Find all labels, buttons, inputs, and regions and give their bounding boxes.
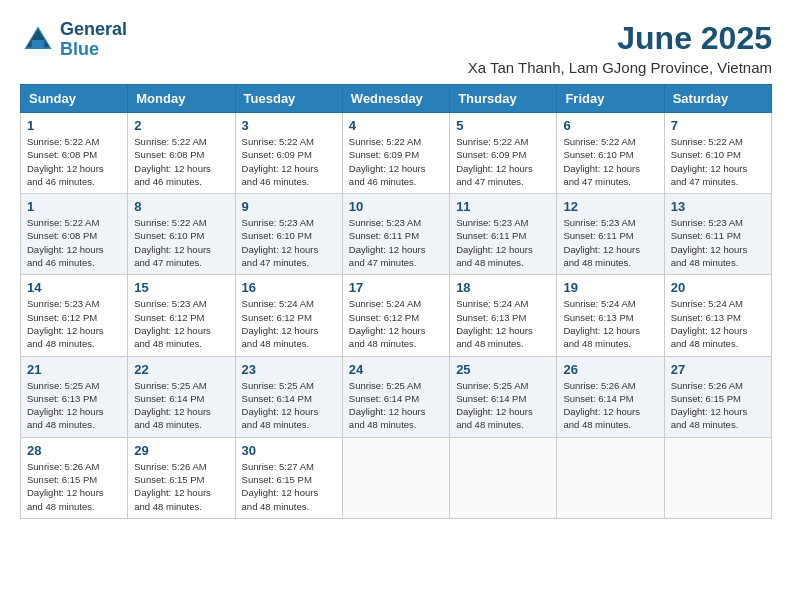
calendar-day-cell: 3Sunrise: 5:22 AMSunset: 6:09 PMDaylight… [235, 113, 342, 194]
logo-text: General Blue [60, 20, 127, 60]
calendar-day-cell: 1Sunrise: 5:22 AMSunset: 6:08 PMDaylight… [21, 113, 128, 194]
calendar-day-cell: 16Sunrise: 5:24 AMSunset: 6:12 PMDayligh… [235, 275, 342, 356]
calendar-day-cell: 7Sunrise: 5:22 AMSunset: 6:10 PMDaylight… [664, 113, 771, 194]
calendar-week-row: 1Sunrise: 5:22 AMSunset: 6:08 PMDaylight… [21, 194, 772, 275]
weekday-header: Wednesday [342, 85, 449, 113]
calendar-day-cell: 19Sunrise: 5:24 AMSunset: 6:13 PMDayligh… [557, 275, 664, 356]
calendar-day-cell: 28Sunrise: 5:26 AMSunset: 6:15 PMDayligh… [21, 437, 128, 518]
calendar-empty-cell [557, 437, 664, 518]
svg-rect-2 [32, 40, 45, 49]
weekday-header: Saturday [664, 85, 771, 113]
calendar-day-cell: 5Sunrise: 5:22 AMSunset: 6:09 PMDaylight… [450, 113, 557, 194]
page-header: General Blue June 2025 Xa Tan Thanh, Lam… [20, 20, 772, 76]
calendar-day-cell: 23Sunrise: 5:25 AMSunset: 6:14 PMDayligh… [235, 356, 342, 437]
calendar-day-cell: 12Sunrise: 5:23 AMSunset: 6:11 PMDayligh… [557, 194, 664, 275]
weekday-header: Tuesday [235, 85, 342, 113]
calendar-day-cell: 21Sunrise: 5:25 AMSunset: 6:13 PMDayligh… [21, 356, 128, 437]
calendar-day-cell: 9Sunrise: 5:23 AMSunset: 6:10 PMDaylight… [235, 194, 342, 275]
calendar-day-cell: 11Sunrise: 5:23 AMSunset: 6:11 PMDayligh… [450, 194, 557, 275]
calendar-day-cell: 29Sunrise: 5:26 AMSunset: 6:15 PMDayligh… [128, 437, 235, 518]
calendar-day-cell: 26Sunrise: 5:26 AMSunset: 6:14 PMDayligh… [557, 356, 664, 437]
calendar-week-row: 1Sunrise: 5:22 AMSunset: 6:08 PMDaylight… [21, 113, 772, 194]
calendar-day-cell: 18Sunrise: 5:24 AMSunset: 6:13 PMDayligh… [450, 275, 557, 356]
calendar-day-cell: 20Sunrise: 5:24 AMSunset: 6:13 PMDayligh… [664, 275, 771, 356]
calendar-day-cell: 14Sunrise: 5:23 AMSunset: 6:12 PMDayligh… [21, 275, 128, 356]
weekday-header: Thursday [450, 85, 557, 113]
calendar-day-cell: 10Sunrise: 5:23 AMSunset: 6:11 PMDayligh… [342, 194, 449, 275]
logo: General Blue [20, 20, 127, 60]
weekday-header-row: SundayMondayTuesdayWednesdayThursdayFrid… [21, 85, 772, 113]
calendar-day-cell: 24Sunrise: 5:25 AMSunset: 6:14 PMDayligh… [342, 356, 449, 437]
subtitle: Xa Tan Thanh, Lam GJong Province, Vietna… [468, 59, 772, 76]
calendar-day-cell: 2Sunrise: 5:22 AMSunset: 6:08 PMDaylight… [128, 113, 235, 194]
main-title: June 2025 [468, 20, 772, 57]
calendar-table: SundayMondayTuesdayWednesdayThursdayFrid… [20, 84, 772, 519]
calendar-day-cell: 25Sunrise: 5:25 AMSunset: 6:14 PMDayligh… [450, 356, 557, 437]
weekday-header: Sunday [21, 85, 128, 113]
calendar-day-cell: 1Sunrise: 5:22 AMSunset: 6:08 PMDaylight… [21, 194, 128, 275]
weekday-header: Friday [557, 85, 664, 113]
weekday-header: Monday [128, 85, 235, 113]
title-section: June 2025 Xa Tan Thanh, Lam GJong Provin… [468, 20, 772, 76]
calendar-week-row: 21Sunrise: 5:25 AMSunset: 6:13 PMDayligh… [21, 356, 772, 437]
calendar-day-cell: 17Sunrise: 5:24 AMSunset: 6:12 PMDayligh… [342, 275, 449, 356]
calendar-day-cell: 6Sunrise: 5:22 AMSunset: 6:10 PMDaylight… [557, 113, 664, 194]
calendar-empty-cell [450, 437, 557, 518]
calendar-empty-cell [342, 437, 449, 518]
calendar-empty-cell [664, 437, 771, 518]
calendar-day-cell: 4Sunrise: 5:22 AMSunset: 6:09 PMDaylight… [342, 113, 449, 194]
logo-icon [20, 22, 56, 58]
calendar-week-row: 14Sunrise: 5:23 AMSunset: 6:12 PMDayligh… [21, 275, 772, 356]
calendar-week-row: 28Sunrise: 5:26 AMSunset: 6:15 PMDayligh… [21, 437, 772, 518]
calendar-day-cell: 22Sunrise: 5:25 AMSunset: 6:14 PMDayligh… [128, 356, 235, 437]
calendar-day-cell: 13Sunrise: 5:23 AMSunset: 6:11 PMDayligh… [664, 194, 771, 275]
calendar-day-cell: 27Sunrise: 5:26 AMSunset: 6:15 PMDayligh… [664, 356, 771, 437]
calendar-day-cell: 15Sunrise: 5:23 AMSunset: 6:12 PMDayligh… [128, 275, 235, 356]
calendar-day-cell: 8Sunrise: 5:22 AMSunset: 6:10 PMDaylight… [128, 194, 235, 275]
calendar-day-cell: 30Sunrise: 5:27 AMSunset: 6:15 PMDayligh… [235, 437, 342, 518]
